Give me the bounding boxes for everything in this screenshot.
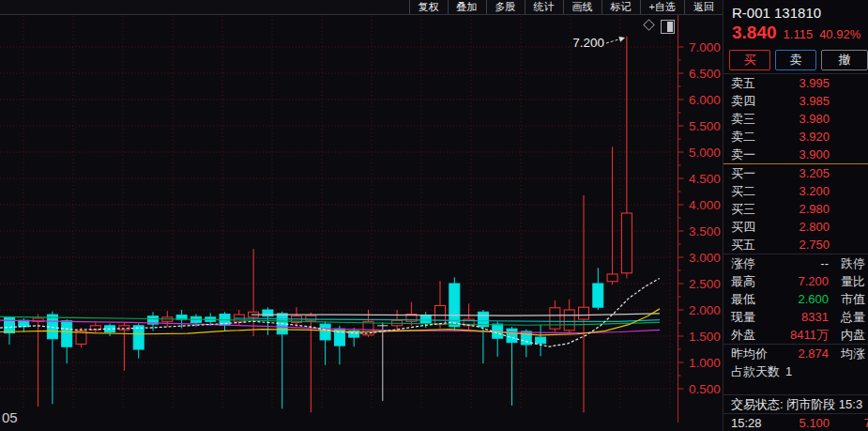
toolbar-item-statistics[interactable]: 统计	[525, 0, 563, 14]
ask-row[interactable]: 卖四3.985	[723, 92, 868, 110]
bid-price: 3.200	[755, 184, 868, 198]
info-row-outer-disc: 外盘8411万内盘	[723, 326, 868, 344]
bid-label: 买二	[731, 183, 755, 200]
candle-body	[320, 324, 330, 340]
limit-down-label: 跌停	[841, 255, 865, 272]
occupy-days-value: 1	[785, 364, 792, 378]
ask-row[interactable]: 卖一3.900	[723, 146, 868, 163]
ask-label: 卖四	[731, 93, 755, 110]
bid-row[interactable]: 买五2.750	[723, 236, 868, 254]
toolbar-item-multistock[interactable]: 多股	[486, 0, 525, 14]
info-row-high: 最高7.200量比	[723, 272, 868, 290]
bid-row[interactable]: 买四2.800	[723, 218, 868, 236]
price-axis-label: 6.000	[689, 93, 721, 107]
bid-row[interactable]: 买三2.980	[723, 200, 868, 218]
order-buttons: 买 卖 撤	[723, 48, 868, 73]
price-axis-label: 6.500	[689, 67, 721, 81]
candle-body	[507, 329, 517, 343]
quote-panel: R-001 131810 3.840 1.115 40.92% 买 卖 撤 卖五…	[723, 0, 868, 431]
cancel-order-button[interactable]: 撤	[821, 50, 868, 70]
price-axis-label: 5.500	[689, 119, 721, 133]
tick-time: 15:28	[723, 416, 762, 430]
stock-trading-app: 7.0006.5006.0005.5005.0004.5004.0003.500…	[0, 0, 868, 431]
sell-button[interactable]: 卖	[775, 50, 816, 70]
ask-label: 卖一	[731, 146, 755, 163]
volume-ratio-label: 量比	[841, 273, 865, 290]
bid-price: 2.800	[755, 220, 868, 234]
price-change: 1.115	[784, 27, 814, 41]
candle-body	[133, 326, 144, 349]
candle-body	[550, 308, 560, 329]
ask-price: 3.985	[755, 94, 868, 108]
low-value: 2.600	[785, 292, 829, 306]
time-axis-label: 05	[2, 409, 18, 425]
candle-body	[607, 274, 617, 282]
price-axis-label: 7.000	[689, 40, 721, 54]
bid-price: 3.205	[755, 166, 868, 180]
toolbar-item-drawline[interactable]: 画线	[563, 0, 602, 14]
candle-body	[119, 326, 129, 330]
candlestick-chart[interactable]: 7.0006.5006.0005.5005.0004.5004.0003.500…	[0, 0, 723, 431]
toolbar-item-mark[interactable]: 标记	[602, 0, 640, 14]
panel-layout-icon[interactable]	[661, 20, 675, 34]
price-axis-label: 4.000	[689, 198, 721, 212]
info-row-cur-volume: 现量8331总量	[723, 308, 868, 326]
candle-body	[5, 317, 15, 333]
ask-row[interactable]: 卖五3.995	[723, 74, 868, 92]
ask-label: 卖五	[731, 75, 755, 92]
ask-price: 3.920	[755, 130, 868, 144]
annotation-arrowhead-icon	[618, 37, 625, 42]
price-change-pct: 40.92%	[819, 27, 860, 41]
candle-body	[62, 321, 72, 346]
info-row-limit-up: 涨停--跌停	[723, 254, 868, 272]
buy-button[interactable]: 买	[729, 50, 770, 70]
high-value: 7.200	[785, 274, 829, 288]
trading-status: 交易状态: 闭市阶段 15:3	[723, 395, 868, 413]
bid-row[interactable]: 买一3.205	[723, 164, 868, 182]
info-row-occupy-days: 占款天数1	[723, 362, 868, 380]
ask-row[interactable]: 卖二3.920	[723, 128, 868, 146]
toolbar-item-restoration[interactable]: 复权	[409, 0, 448, 14]
total-volume-label: 总量	[841, 309, 865, 326]
chart-toolbar: 复权 叠加 多股 统计 画线 标记 +自选 返回	[0, 0, 723, 15]
price-axis-label: 4.500	[689, 172, 721, 186]
tick-price: 5.100	[799, 416, 830, 430]
annotation-arrow-icon	[606, 39, 620, 44]
price-axis-label: 5.000	[689, 146, 721, 160]
price-axis-label: 3.500	[689, 224, 721, 239]
candle-body	[263, 310, 273, 316]
bid-row[interactable]: 买二3.200	[723, 182, 868, 200]
price-axis-label: 0.500	[689, 382, 721, 396]
info-row-prev-avg: 昨均价2.874均涨	[723, 345, 868, 362]
price-axis-label: 3.000	[689, 251, 721, 265]
bid-label: 买一	[731, 165, 755, 182]
price-axis-label: 1.500	[689, 330, 721, 344]
price-axis-label: 2.500	[689, 277, 721, 291]
toolbar-item-back[interactable]: 返回	[684, 0, 723, 14]
cur-volume-value: 8331	[785, 310, 829, 324]
instrument-title: R-001 131810	[723, 0, 868, 23]
bid-price: 2.980	[755, 202, 868, 216]
bid-price: 2.750	[755, 238, 868, 252]
tick-volume: 7	[864, 416, 868, 430]
ask-row[interactable]: 卖三3.980	[723, 110, 868, 128]
limit-up-value: --	[785, 256, 829, 270]
price-axis-label: 2.000	[689, 303, 721, 317]
panel-layout-fill	[667, 22, 673, 32]
toolbar-item-add-watchlist[interactable]: +自选	[640, 0, 684, 14]
ask-price: 3.995	[755, 76, 868, 90]
tick-row: 15:28 5.100 7	[723, 414, 868, 431]
price-row: 3.840 1.115 40.92%	[723, 23, 868, 48]
peak-price-annotation: 7.200	[556, 36, 604, 50]
ask-price: 3.980	[755, 112, 868, 126]
price-axis-label: 1.000	[689, 356, 721, 370]
prev-avg-value: 2.874	[785, 346, 829, 361]
panel-spacer	[723, 380, 868, 394]
bid-label: 买三	[731, 201, 755, 218]
candle-body	[579, 307, 589, 319]
info-row-low: 最低2.600市值	[723, 290, 868, 308]
avg-change-label: 均涨	[841, 346, 865, 362]
candle-body	[420, 316, 431, 323]
inner-disc-label: 内盘	[841, 327, 865, 344]
toolbar-item-overlay[interactable]: 叠加	[448, 0, 486, 14]
